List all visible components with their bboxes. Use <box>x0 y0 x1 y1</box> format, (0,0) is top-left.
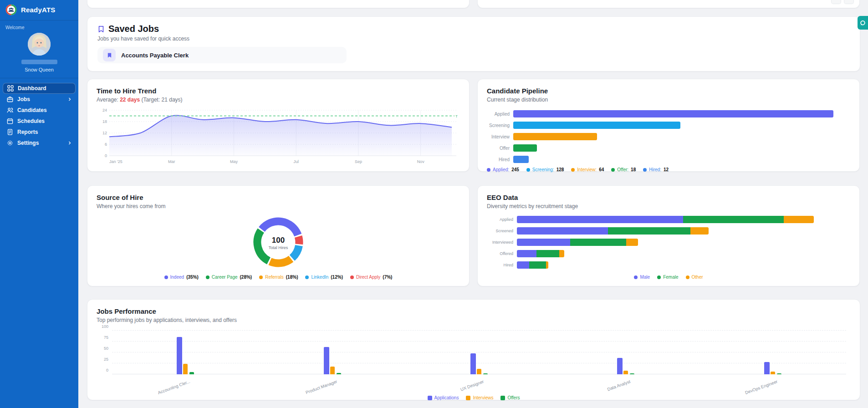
svg-text:Mar: Mar <box>168 159 175 164</box>
svg-text:Nov: Nov <box>417 159 425 164</box>
legend-item[interactable]: Career Page(28%) <box>206 275 252 280</box>
eeo-row: Applied <box>487 216 850 223</box>
gear-icon <box>7 140 13 146</box>
partial-card-left <box>87 0 470 8</box>
svg-text:Jan '25: Jan '25 <box>109 159 123 164</box>
dashboard-grid-icon <box>7 85 14 92</box>
saved-jobs-subtitle: Jobs you have saved for quick access <box>97 36 850 42</box>
sidebar-item-settings[interactable]: Settings <box>3 138 76 148</box>
legend-item[interactable]: Hired:12 <box>643 167 669 172</box>
users-icon <box>7 107 13 113</box>
card-title: Jobs Performance <box>97 307 851 315</box>
sidebar-item-label: Settings <box>17 140 39 146</box>
svg-text:100: 100 <box>272 236 285 245</box>
chevron-right-icon <box>68 141 71 145</box>
card-title: Time to Hire Trend <box>97 87 460 95</box>
profile-progress-bar <box>21 60 57 64</box>
bar <box>477 369 481 374</box>
card-subtitle: Top performing jobs by applications, int… <box>97 317 851 323</box>
bookmark-filled-icon <box>103 49 116 61</box>
pipeline-row: Interview <box>487 133 850 140</box>
legend-item[interactable]: Interviews <box>466 395 493 400</box>
partial-card-right <box>477 0 860 8</box>
bar <box>623 371 628 374</box>
bar <box>189 372 194 374</box>
legend-item[interactable]: LinkedIn(12%) <box>305 275 343 280</box>
svg-text:24: 24 <box>102 108 107 112</box>
legend-item[interactable]: Male <box>634 275 650 280</box>
source-of-hire-legend: Indeed(35%)Career Page(28%)Referrals(18%… <box>97 275 460 280</box>
profile-section: Snow Queen <box>0 33 78 72</box>
bar <box>177 337 182 374</box>
card-subtitle: Current stage distribution <box>487 97 850 103</box>
top-partial-cards <box>87 0 860 8</box>
sidebar-item-label: Schedules <box>17 118 45 124</box>
sidebar-item-schedules[interactable]: Schedules <box>3 116 76 127</box>
chevron-right-icon <box>68 97 71 101</box>
sidebar-item-label: Reports <box>17 129 38 135</box>
card-title: Source of Hire <box>97 194 460 201</box>
card-title: EEO Data <box>487 194 850 201</box>
average-value: 22 days <box>120 97 140 103</box>
briefcase-icon <box>7 96 13 102</box>
legend-item[interactable]: Female <box>657 275 678 280</box>
card-title: Candidate Pipeline <box>487 87 850 95</box>
sidebar-item-label: Candidates <box>17 107 47 113</box>
saved-job-title: Accounts Payable Clerk <box>121 52 189 59</box>
sidebar-item-candidates[interactable]: Candidates <box>3 105 76 116</box>
legend-item[interactable]: Offers <box>500 395 520 400</box>
user-name: Snow Queen <box>0 67 78 72</box>
pipeline-row: Screening <box>487 122 850 129</box>
eeo-row: Offered <box>487 250 850 257</box>
feedback-widget-button[interactable] <box>858 16 868 30</box>
brand: ReadyATS <box>0 0 78 20</box>
legend-item[interactable]: Other <box>686 275 703 280</box>
bar <box>337 373 341 374</box>
saved-job-item[interactable]: Accounts Payable Clerk <box>97 47 347 63</box>
sidebar: ReadyATS Welcome Snow Queen <box>0 0 78 408</box>
eeo-row: Screened <box>487 227 850 235</box>
svg-text:Total Hires: Total Hires <box>269 245 288 250</box>
header-button-stub[interactable] <box>831 0 841 4</box>
app-name: ReadyATS <box>21 6 56 14</box>
sidebar-nav: Dashboard Jobs Candidates <box>0 78 78 148</box>
jobs-performance-chart: 0255075100Accounting Cler...Product Mana… <box>112 331 846 374</box>
eeo-row: Hired <box>487 261 850 269</box>
app-logo-icon <box>5 4 17 15</box>
calendar-icon <box>7 118 13 124</box>
sidebar-item-jobs[interactable]: Jobs <box>3 94 76 105</box>
time-to-hire-chart: T06121824Jan '25MarMayJulSepNov <box>97 107 460 167</box>
svg-text:Jul: Jul <box>293 159 299 164</box>
chat-bubble-icon <box>859 20 866 26</box>
saved-jobs-title: Saved Jobs <box>108 24 159 34</box>
source-of-hire-donut: 100Total Hires <box>97 209 460 275</box>
card-subtitle: Diversity metrics by recruitment stage <box>487 203 850 209</box>
legend-item[interactable]: Referrals(18%) <box>259 275 298 280</box>
legend-item[interactable]: Indeed(35%) <box>164 275 199 280</box>
legend-item[interactable]: Direct Apply(7%) <box>350 275 392 280</box>
svg-text:T: T <box>455 114 458 118</box>
bookmark-outline-icon <box>97 26 105 33</box>
user-avatar <box>28 33 51 56</box>
pipeline-row: Offer <box>487 144 850 152</box>
candidate-pipeline-bars: Applied Screening Interview Offer Hired <box>487 110 850 167</box>
header-button-stub[interactable] <box>844 0 854 4</box>
card-subtitle: Where your hires come from <box>97 203 460 209</box>
candidate-pipeline-card: Candidate Pipeline Current stage distrib… <box>477 79 860 172</box>
eeo-data-card: EEO Data Diversity metrics by recruitmen… <box>477 185 860 286</box>
legend-item[interactable]: Applied:245 <box>487 167 519 172</box>
bar <box>771 372 775 374</box>
eeo-row: Interviewed <box>487 239 850 246</box>
legend-item[interactable]: Interview:64 <box>571 167 604 172</box>
candidate-pipeline-legend: Applied:245Screening:128Interview:64Offe… <box>487 167 850 172</box>
eeo-legend: MaleFemaleOther <box>487 275 850 280</box>
sidebar-item-dashboard[interactable]: Dashboard <box>3 83 76 94</box>
sidebar-item-label: Jobs <box>17 96 30 102</box>
sidebar-item-reports[interactable]: Reports <box>3 127 76 138</box>
bar <box>630 373 634 374</box>
app-root: ReadyATS Welcome Snow Queen <box>0 0 868 408</box>
bar <box>330 367 335 374</box>
source-of-hire-card: Source of Hire Where your hires come fro… <box>87 185 470 286</box>
legend-item[interactable]: Offer:18 <box>611 167 636 172</box>
legend-item[interactable]: Screening:128 <box>526 167 564 172</box>
